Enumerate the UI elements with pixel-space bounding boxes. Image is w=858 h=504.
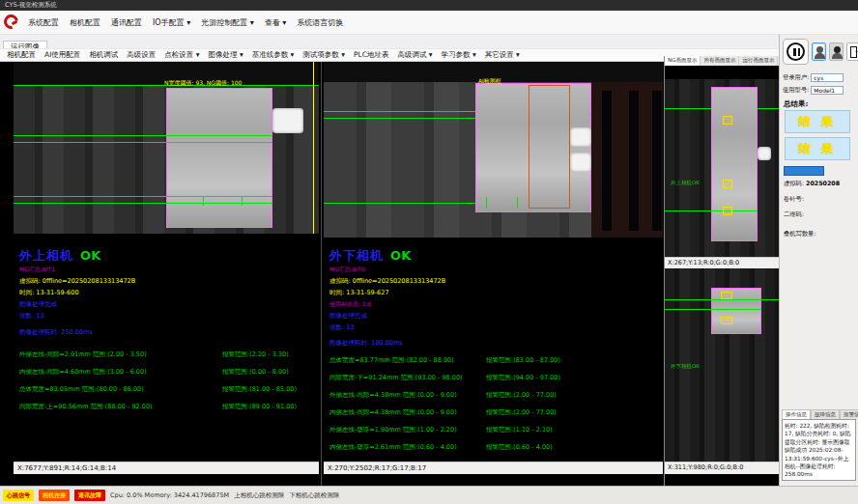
admin-user-icon	[834, 46, 841, 53]
menu-language-switch[interactable]: 系统语言切换	[297, 17, 343, 28]
total-result-label: 总结果:	[784, 99, 809, 109]
upper-camera-heartbeat-text: 上相机心跳检测限	[234, 491, 284, 500]
side-camera-view-1[interactable]: 外上相机OK	[665, 66, 779, 257]
menu-comm-config[interactable]: 通讯配置	[111, 17, 142, 28]
side-tabs: NG画面显示 所有画面显示 运行画面显示	[665, 56, 779, 66]
side-tab-run-views[interactable]: 运行画面显示	[739, 56, 778, 66]
right-slot-2	[629, 91, 639, 231]
left-elapsed: 图像处理耗时: 250.00ms	[19, 328, 319, 337]
vcode-label: 虚拟码:	[784, 180, 804, 186]
side-tab-all-views[interactable]: 所有画面显示	[701, 56, 739, 66]
left-alarm-text-4: 报警范围:(89.00 - 91.00)	[222, 403, 297, 411]
side-camera-view-2[interactable]: 外下相机OK	[665, 268, 779, 462]
left-measure-tick-1	[203, 196, 204, 206]
side1-coordinate-bar: X:267;Y:13;R:0;G:0;B:0	[665, 257, 779, 268]
right-camera-panel: AI检测框 外下相机 OK MG汇总:BIT0 虚拟码: 0ffline=202…	[324, 62, 663, 486]
left-measure-text-3: 总体宽度=83.05mm 范围:(80.00 - 86.00)	[19, 385, 144, 393]
admin-mode-button[interactable]	[829, 42, 844, 61]
right-frame-count: 张数: 13	[329, 323, 663, 332]
left-camera-view[interactable]: N宽度阈值: 93, NG阈值: 100	[14, 62, 319, 234]
right-camera-view[interactable]: AI检测框	[324, 62, 663, 238]
left-measure-tick-2	[242, 196, 243, 206]
right-measurement-row: 内侧左线-壁厚=2.61mm 范围:(0.60 - 4.00) 报警范围:(0.…	[329, 443, 663, 452]
tool-ai-config[interactable]: AI使用配置	[44, 50, 80, 60]
tool-image-process[interactable]: 图像处理 ▾	[209, 50, 243, 60]
needle-label: 卷针号:	[784, 195, 804, 204]
side-tab-ng-display[interactable]: NG画面显示	[665, 56, 701, 66]
right-result-block: 外下相机 OK MG汇总:BIT0 虚拟码: 0ffline=202502081…	[329, 245, 663, 452]
right-measure-tick-1	[486, 197, 487, 209]
right-elapsed: 图像处理耗时: 180.00ms	[329, 339, 663, 348]
side1-coordinates: X:267;Y:13;R:0;G:0;B:0	[668, 259, 739, 266]
side2-green-line-1	[665, 299, 779, 300]
menu-camera-config[interactable]: 相机配置	[70, 17, 100, 28]
tool-spot-check[interactable]: 点检设置 ▾	[164, 50, 199, 60]
side-panel-column: NG画面显示 所有画面显示 运行画面显示 外上相机OK X:267;Y:13;R…	[664, 56, 779, 486]
left-alarm-text-2: 报警范围:(0.00 - 8.00)	[222, 368, 289, 377]
pause-button[interactable]	[783, 39, 809, 65]
right-measure-tick-2	[517, 197, 518, 209]
tool-test-params[interactable]: 测试项参数 ▾	[302, 50, 345, 60]
info-tab-operation[interactable]: 操作信息	[782, 409, 811, 419]
login-user-label: 登录用户:	[783, 73, 809, 82]
menu-system-config[interactable]: 系统配置	[28, 17, 59, 28]
result-box-1: 结 果	[785, 110, 850, 133]
model-field-row: 使用型号: Model1	[783, 86, 844, 95]
left-alarm-text-3: 报警范围:(81.00 - 85.00)	[222, 385, 297, 394]
left-coordinate-bar: X:7677;Y:891;R:14;G:14;B:14	[14, 462, 319, 474]
right-coordinates: X:270;Y:2502;R:17;G:17;B:17	[328, 464, 426, 472]
camera-link-badge: 相机连接	[39, 490, 70, 501]
right-ai-label: AI检测框	[478, 77, 501, 86]
menu-light-config[interactable]: 光源控制配置 ▾	[201, 17, 254, 28]
model-input[interactable]: Model1	[811, 86, 844, 95]
user-mode-button[interactable]	[812, 42, 826, 61]
logout-button[interactable]: →	[846, 42, 858, 61]
left-measurement-row: 外侧左线-间隙=2.91mm 范围:(2.00 - 3.50) 报警范围:(2.…	[19, 350, 319, 359]
left-measure-line-4	[14, 203, 272, 204]
side2-annotation-box-1	[721, 292, 732, 299]
left-measure-text-1: 外侧左线-间隙=2.91mm 范围:(2.00 - 3.50)	[19, 350, 147, 358]
info-tab-fault[interactable]: 故障信息	[811, 409, 840, 419]
log-text-area[interactable]: 耗时: 222, 缺陷检测耗时: 17, 缺陷分类耗时: 0, 缺陷提取分区耗时…	[782, 419, 856, 481]
left-measure-text-2: 内侧左线-间隙=4.60mm 范围:(3.00 - 6.00)	[19, 368, 147, 376]
left-connector-blob	[272, 108, 303, 133]
tool-plc-table[interactable]: PLC地址表	[354, 50, 388, 60]
statusbar: 心跳信号 相机连接 通讯故障 Cpu: 0.0% Memory: 3424.41…	[0, 486, 858, 504]
left-measurement-row: 总体宽度=83.05mm 范围:(80.00 - 86.00) 报警范围:(81…	[19, 385, 319, 394]
tool-camera-config[interactable]: 相机配置	[7, 50, 36, 60]
left-subtitle: MG汇总:BIT1	[19, 266, 319, 274]
side2-coordinates: X:311;Y:980;R:0;G:0;B:0	[668, 463, 743, 471]
right-measurement-row: 内侧左线-间隙=4.38mm 范围:(0.00 - 9.00) 报警范围:(2.…	[329, 408, 663, 417]
right-measure-text-4: 内侧左线-间隙=4.38mm 范围:(0.00 - 9.00)	[329, 408, 457, 416]
comm-fault-badge: 通讯故障	[74, 490, 105, 501]
side1-green-line-2	[665, 210, 758, 211]
info-tab-alarm[interactable]: 报警信息	[840, 409, 858, 419]
right-alarm-text-1: 报警范围:(83.00 - 87.00)	[486, 356, 560, 365]
right-bright-blob-2	[570, 153, 591, 172]
side1-annotation-box-1	[723, 116, 732, 125]
left-yellow-boundary-line	[313, 62, 314, 234]
side2-status-label: 外下相机OK	[671, 363, 700, 370]
tool-learn-params[interactable]: 学习参数 ▾	[442, 50, 476, 60]
tool-advanced-debug[interactable]: 高级调试 ▾	[397, 50, 432, 60]
left-camera-status: OK	[80, 248, 100, 263]
menu-io-config[interactable]: IO手配置 ▾	[153, 17, 190, 28]
tool-other-settings[interactable]: 其它设置 ▾	[485, 50, 520, 60]
vcode-select-box[interactable]	[784, 166, 824, 176]
tool-advanced-settings[interactable]: 高级设置	[127, 50, 156, 60]
write-count-label: 叠机写数量:	[784, 230, 816, 238]
app-logo-icon	[3, 14, 20, 31]
side1-connector-blob	[758, 147, 771, 160]
right-measure-text-6: 内侧左线-壁厚=2.61mm 范围:(0.60 - 4.00)	[329, 443, 457, 451]
tool-baseline-params[interactable]: 基准线参数 ▾	[252, 50, 295, 60]
right-alarm-text-4: 报警范围:(2.00 - 77.00)	[486, 408, 557, 417]
right-alarm-text-2: 报警范围:(94.00 - 97.00)	[486, 374, 560, 382]
right-measure-text-5: 外侧左线-壁厚=1.90mm 范围:(1.00 - 2.20)	[329, 426, 457, 434]
right-measure-text-2: 间隙宽度-下=91.24mm 范围:(93.00 - 98.00)	[329, 374, 463, 381]
right-ai-detect-box	[529, 85, 570, 209]
login-user-input[interactable]: cys	[811, 73, 844, 82]
menu-view[interactable]: 查看 ▾	[265, 17, 287, 28]
tool-camera-debug[interactable]: 相机调试	[89, 50, 118, 60]
heartbeat-badge: 心跳信号	[3, 490, 34, 501]
left-result-block: 外上相机 OK MG汇总:BIT1 虚拟码: 0ffline=202502081…	[19, 245, 319, 411]
